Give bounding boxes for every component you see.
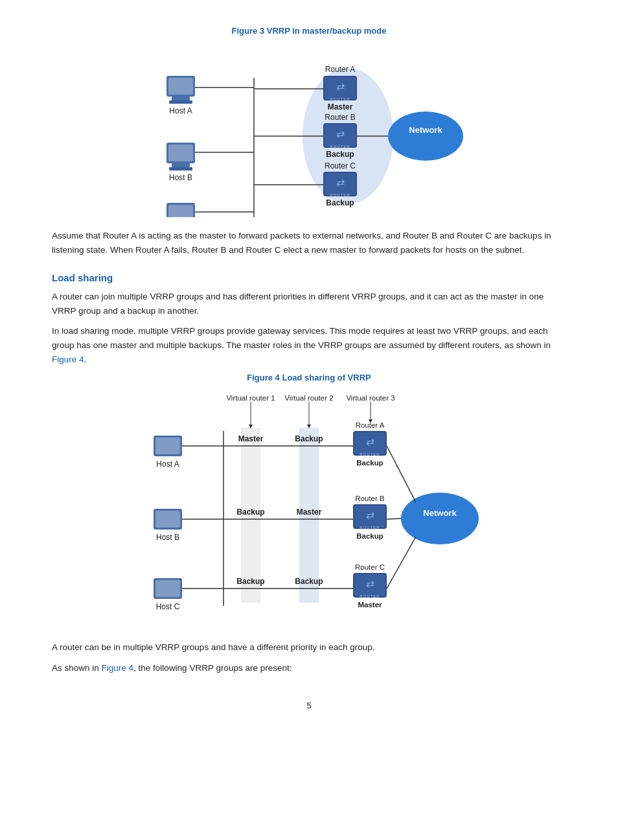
- svg-line-69: [387, 537, 416, 589]
- figure3-section: Figure 3 VRRP in master/backup mode Host…: [52, 26, 566, 217]
- svg-text:ROUTER: ROUTER: [330, 97, 350, 101]
- svg-rect-11: [168, 205, 193, 217]
- hostC-backup2-label: Backup: [295, 577, 323, 586]
- svg-text:⇄: ⇄: [336, 128, 345, 139]
- svg-line-68: [387, 519, 401, 519]
- svg-text:⇄: ⇄: [366, 436, 374, 447]
- routerA-fig4-role: Backup: [356, 459, 383, 467]
- vr1-label: Virtual router 1: [226, 394, 275, 402]
- figure4-link-2[interactable]: Figure 4: [102, 663, 134, 673]
- svg-rect-1: [172, 97, 190, 100]
- figure4-title: Figure 4 Load sharing of VRRP: [52, 373, 566, 382]
- svg-rect-8: [169, 169, 192, 170]
- svg-rect-47: [155, 511, 180, 528]
- routerB-fig4-label: Router B: [355, 495, 385, 502]
- svg-rect-4: [169, 102, 192, 104]
- hostC-backup1-label: Backup: [236, 577, 264, 586]
- svg-text:Backup: Backup: [326, 198, 354, 207]
- svg-text:⇄: ⇄: [366, 509, 374, 520]
- svg-text:ROUTER: ROUTER: [330, 145, 350, 148]
- svg-text:Master: Master: [328, 102, 353, 111]
- svg-text:ROUTER: ROUTER: [360, 526, 380, 530]
- svg-point-37: [388, 111, 463, 161]
- svg-rect-7: [168, 145, 193, 161]
- svg-text:ROUTER: ROUTER: [360, 452, 380, 456]
- routerC-fig4-label: Router C: [355, 563, 385, 571]
- figure3-paragraph: Assume that Router A is acting as the ma…: [52, 229, 566, 257]
- svg-text:Router A: Router A: [325, 65, 356, 74]
- load-sharing-section: Load sharing A router can join multiple …: [52, 272, 566, 366]
- routerC-fig4-role: Master: [358, 601, 382, 609]
- svg-text:⇄: ⇄: [366, 578, 374, 589]
- svg-rect-49: [155, 580, 180, 597]
- figure3-svg: Host A Host B Host C: [141, 42, 477, 217]
- load-sharing-heading: Load sharing: [52, 272, 566, 283]
- vr2-label: Virtual router 2: [284, 394, 333, 402]
- routerA-fig4-label: Router A: [356, 421, 385, 429]
- network-fig4-label: Network: [423, 508, 457, 518]
- svg-text:Network: Network: [409, 125, 442, 135]
- figure3-diagram: Host A Host B Host C: [52, 42, 566, 217]
- hostA-backup-label: Backup: [295, 434, 323, 443]
- svg-rect-5: [172, 163, 190, 167]
- svg-text:ROUTER: ROUTER: [330, 193, 350, 197]
- svg-text:⇄: ⇄: [336, 177, 345, 188]
- routerB-fig4-role: Backup: [356, 532, 383, 540]
- figure4-link[interactable]: Figure 4: [52, 355, 84, 364]
- svg-rect-45: [155, 438, 180, 454]
- load-sharing-para2: In load sharing mode, multiple VRRP grou…: [52, 324, 566, 366]
- figure4-section: Figure 4 Load sharing of VRRP Virtual ro…: [52, 373, 566, 629]
- svg-text:Router C: Router C: [325, 161, 356, 170]
- svg-text:Router B: Router B: [325, 113, 355, 122]
- para-after-fig4-1: A router can be in multiple VRRP groups …: [52, 640, 566, 655]
- hostB-backup-label: Backup: [236, 508, 264, 517]
- figure4-diagram: Virtual router 1 Virtual router 2 Virtua…: [52, 389, 566, 629]
- svg-text:⇄: ⇄: [336, 81, 345, 92]
- svg-line-67: [387, 446, 416, 502]
- vr3-label: Virtual router 3: [346, 394, 395, 402]
- svg-text:Backup: Backup: [326, 150, 354, 159]
- hostA-label: Host A: [169, 106, 192, 115]
- figure3-title: Figure 3 VRRP in master/backup mode: [52, 26, 566, 36]
- hostB-label: Host B: [169, 173, 192, 182]
- page-number: 5: [52, 701, 566, 710]
- para-after-fig4-2: As shown in Figure 4, the following VRRP…: [52, 661, 566, 675]
- hostC-fig4-label: Host C: [156, 602, 180, 611]
- hostB-master-label: Master: [297, 508, 322, 517]
- hostB-fig4-label: Host B: [156, 533, 179, 542]
- svg-text:ROUTER: ROUTER: [360, 594, 380, 598]
- load-sharing-para1: A router can join multiple VRRP groups a…: [52, 290, 566, 318]
- svg-point-66: [401, 493, 479, 544]
- hostA-master-label: Master: [238, 434, 264, 443]
- figure4-svg: Virtual router 1 Virtual router 2 Virtua…: [128, 389, 490, 629]
- hostA-fig4-label: Host A: [156, 460, 179, 469]
- svg-rect-3: [168, 78, 193, 95]
